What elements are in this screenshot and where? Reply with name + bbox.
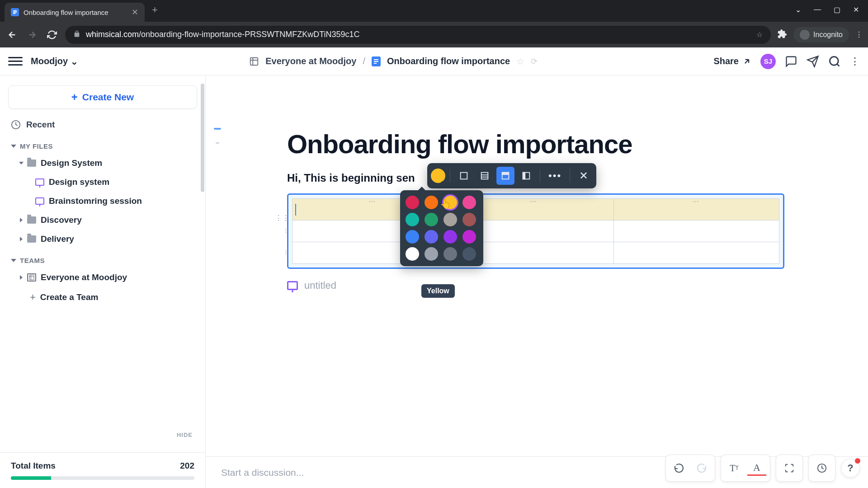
undo-button[interactable] bbox=[670, 459, 689, 478]
toolbar-separator bbox=[570, 169, 570, 183]
color-gray[interactable] bbox=[443, 247, 457, 261]
extensions-icon[interactable] bbox=[777, 29, 787, 41]
fullscreen-button[interactable] bbox=[780, 459, 799, 478]
undo-redo-group bbox=[665, 455, 715, 482]
app-menu-icon[interactable]: ⋮ bbox=[850, 56, 860, 67]
color-orange[interactable] bbox=[425, 196, 438, 209]
breadcrumb-doc[interactable]: Onboarding flow importance bbox=[387, 56, 510, 66]
create-team-button[interactable]: + Create a Team bbox=[5, 287, 201, 308]
outline-marker[interactable] bbox=[214, 128, 221, 130]
bookmark-star-icon[interactable]: ☆ bbox=[756, 30, 763, 39]
sidebar-item-recent[interactable]: Recent bbox=[5, 115, 201, 134]
forward-button[interactable] bbox=[25, 28, 39, 42]
outline-marker[interactable] bbox=[216, 142, 219, 144]
layout-single-button[interactable] bbox=[455, 167, 473, 185]
color-light-gray[interactable] bbox=[425, 247, 438, 261]
color-indigo[interactable] bbox=[425, 230, 438, 244]
svg-rect-2 bbox=[13, 13, 15, 14]
caret-icon bbox=[20, 237, 23, 241]
help-button[interactable]: ? bbox=[841, 459, 860, 478]
color-teal[interactable] bbox=[406, 213, 419, 226]
sync-icon[interactable]: ⟳ bbox=[531, 56, 538, 66]
new-tab-button[interactable]: + bbox=[145, 4, 165, 16]
table-cell[interactable] bbox=[613, 242, 779, 264]
color-blue[interactable] bbox=[406, 230, 419, 244]
row-handle-icon[interactable]: ⋯ bbox=[283, 228, 289, 235]
color-swatch-button[interactable] bbox=[431, 169, 445, 183]
layout-header-col-button[interactable] bbox=[517, 167, 535, 185]
svg-rect-0 bbox=[13, 10, 17, 11]
table-block[interactable]: ⋮⋮ ⋯ ⋯ ⋯ ⋯ ⋯ bbox=[287, 193, 784, 269]
caption-row[interactable]: untitled bbox=[287, 280, 784, 291]
color-red[interactable] bbox=[406, 196, 419, 209]
color-green[interactable] bbox=[425, 213, 438, 226]
section-teams[interactable]: TEAMS bbox=[5, 249, 201, 268]
layout-rows-button[interactable] bbox=[476, 167, 494, 185]
tree-design-system-doc[interactable]: Design system bbox=[5, 173, 201, 192]
maximize-icon[interactable]: ▢ bbox=[834, 5, 840, 14]
comments-icon[interactable] bbox=[785, 55, 797, 68]
layout-header-row-button[interactable] bbox=[496, 167, 514, 185]
color-tan[interactable] bbox=[443, 213, 457, 226]
url-text: whimsical.com/onboarding-flow-importance… bbox=[86, 30, 360, 39]
workspace-dropdown[interactable]: Moodjoy ⌄ bbox=[31, 56, 78, 67]
folder-icon bbox=[27, 160, 36, 167]
presentation-icon bbox=[287, 281, 298, 290]
table-cell[interactable] bbox=[613, 221, 779, 242]
tree-label: Delivery bbox=[41, 234, 74, 244]
close-tab-icon[interactable]: ✕ bbox=[132, 7, 138, 17]
tree-everyone[interactable]: Everyone at Moodjoy bbox=[5, 268, 201, 287]
tree-design-system-folder[interactable]: Design System bbox=[5, 154, 201, 173]
reload-button[interactable] bbox=[45, 28, 59, 42]
redo-button[interactable] bbox=[692, 459, 711, 478]
tree-delivery[interactable]: Delivery bbox=[5, 230, 201, 249]
color-magenta[interactable] bbox=[462, 230, 476, 244]
back-button[interactable] bbox=[5, 28, 19, 42]
text-cursor bbox=[295, 204, 296, 216]
chevron-down-icon[interactable]: ⌄ bbox=[795, 5, 801, 14]
document-title[interactable]: Onboarding flow importance bbox=[287, 129, 784, 159]
minimize-icon[interactable]: — bbox=[814, 5, 821, 14]
text-color-button[interactable]: A bbox=[747, 460, 766, 476]
search-icon[interactable] bbox=[828, 55, 841, 68]
section-my-files[interactable]: MY FILES bbox=[5, 134, 201, 154]
breadcrumb-org[interactable]: Everyone at Moodjoy bbox=[265, 56, 356, 66]
column-handle-icon[interactable]: ⋯ bbox=[369, 198, 376, 205]
window-close-icon[interactable]: ✕ bbox=[853, 5, 859, 14]
create-new-button[interactable]: + Create New bbox=[8, 85, 197, 109]
column-handle-icon[interactable]: ⋯ bbox=[530, 198, 537, 205]
svg-rect-6 bbox=[374, 63, 377, 64]
tree-discovery[interactable]: Discovery bbox=[5, 211, 201, 230]
table[interactable]: ⋯ ⋯ ⋯ ⋯ ⋯ bbox=[292, 198, 779, 264]
table-cell[interactable]: ⋯ bbox=[613, 199, 779, 221]
row-handle-icon[interactable]: ⋯ bbox=[283, 250, 289, 256]
color-pink[interactable] bbox=[462, 196, 476, 209]
color-dark-gray[interactable] bbox=[462, 247, 476, 261]
more-options-button[interactable]: ••• bbox=[545, 170, 565, 182]
share-button[interactable]: Share bbox=[713, 56, 751, 66]
drag-handle-icon[interactable]: ⋮⋮ bbox=[275, 214, 289, 222]
column-handle-icon[interactable]: ⋯ bbox=[693, 198, 700, 205]
tree-brainstorming-doc[interactable]: Brainstomring session bbox=[5, 192, 201, 211]
incognito-label: Incognito bbox=[813, 31, 843, 39]
close-toolbar-button[interactable]: ✕ bbox=[575, 169, 593, 182]
favorite-star-icon[interactable]: ☆ bbox=[516, 56, 524, 67]
caret-icon bbox=[20, 218, 23, 222]
history-button[interactable] bbox=[812, 459, 831, 478]
caption-text[interactable]: untitled bbox=[304, 280, 336, 291]
color-mauve[interactable] bbox=[462, 213, 476, 226]
send-icon[interactable] bbox=[807, 55, 819, 68]
hide-sidebar-button[interactable]: HIDE bbox=[177, 432, 193, 438]
url-field[interactable]: whimsical.com/onboarding-flow-importance… bbox=[65, 26, 771, 44]
avatar[interactable]: SJ bbox=[760, 54, 776, 69]
color-white[interactable] bbox=[406, 247, 419, 261]
text-size-button[interactable]: TT bbox=[725, 459, 744, 478]
sidebar-toggle-icon[interactable] bbox=[8, 54, 23, 69]
color-purple[interactable] bbox=[443, 230, 457, 244]
tab-title: Onboarding flow importance bbox=[24, 9, 127, 16]
document-canvas[interactable]: Onboarding flow importance Hi, This is b… bbox=[206, 47, 868, 488]
browser-menu-icon[interactable]: ⋮ bbox=[855, 30, 863, 39]
tree-label: Everyone at Moodjoy bbox=[41, 272, 127, 282]
browser-tab[interactable]: Onboarding flow importance ✕ bbox=[5, 3, 145, 22]
sidebar-scrollbar[interactable] bbox=[201, 84, 204, 192]
